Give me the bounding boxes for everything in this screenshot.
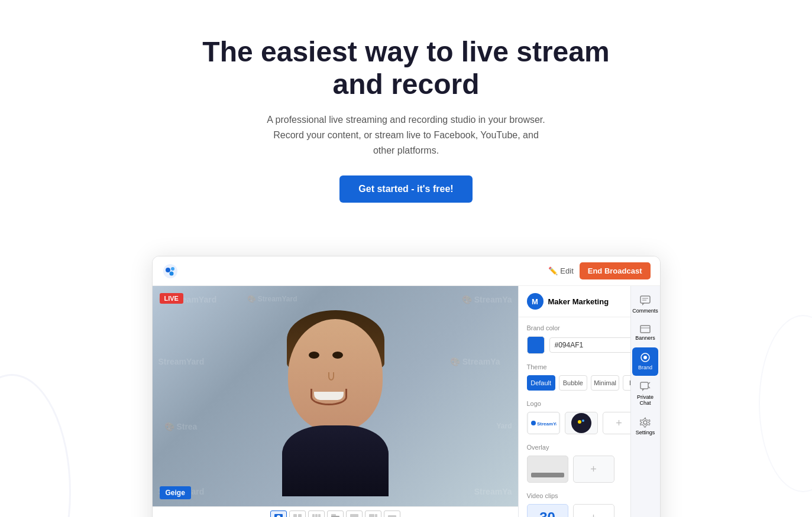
- bg-decoration-left: [0, 374, 71, 517]
- svg-text:StreamYard: StreamYard: [537, 421, 557, 427]
- banners-tab-label: Banners: [635, 335, 655, 342]
- color-swatch[interactable]: [527, 336, 545, 354]
- video-content: 🎨 StreamYard 🎨 StreamYard 🎨 StreamYa Str…: [153, 286, 518, 506]
- person-face: [288, 319, 383, 431]
- cta-button[interactable]: Get started - it's free!: [339, 175, 472, 203]
- theme-default[interactable]: Default: [527, 375, 555, 391]
- svg-point-34: [575, 417, 587, 429]
- private-chat-icon: [640, 382, 651, 392]
- svg-marker-40: [642, 303, 645, 305]
- svg-rect-6: [293, 514, 297, 517]
- sidebar-tab-brand[interactable]: Brand: [632, 347, 658, 376]
- svg-rect-7: [298, 514, 302, 517]
- brand-icon: [640, 352, 651, 363]
- svg-point-32: [531, 421, 536, 425]
- sidebar-tab-comments[interactable]: Comments: [632, 291, 658, 319]
- theme-minimal[interactable]: Minimal: [591, 375, 619, 391]
- logo-circle-icon: [571, 413, 591, 433]
- live-badge: LIVE: [160, 293, 183, 304]
- svg-point-0: [163, 264, 177, 278]
- hero-title: The easiest way to live stream and recor…: [199, 35, 613, 100]
- watermark-7: Yard: [496, 422, 512, 430]
- main-video: 🎨 StreamYard 🎨 StreamYard 🎨 StreamYa Str…: [153, 286, 518, 506]
- theme-bubble[interactable]: Bubble: [559, 375, 587, 391]
- studio-window: ✏️ Edit End Broadcast 🎨 StreamYar: [152, 256, 661, 517]
- svg-point-35: [578, 420, 581, 424]
- layout-split-3[interactable]: [308, 511, 325, 517]
- watermark-9: StreamYa: [474, 487, 512, 496]
- logo-circle[interactable]: [565, 412, 598, 434]
- sidebar-tab-private-chat[interactable]: Private Chat: [632, 377, 658, 412]
- watermark-3: 🎨 StreamYa: [462, 295, 512, 304]
- sidebar-tab-banners[interactable]: Banners: [632, 320, 658, 346]
- edit-button[interactable]: ✏️ Edit: [548, 266, 573, 275]
- watermark-6: 🎨 Strea: [164, 422, 198, 431]
- overlay-stripe: [531, 473, 564, 477]
- logo-streamyard[interactable]: StreamYard: [527, 412, 560, 434]
- channel-name: Maker Marketing: [548, 297, 638, 306]
- svg-rect-13: [350, 514, 358, 517]
- overlay-item[interactable]: [527, 456, 568, 483]
- svg-point-44: [643, 356, 647, 359]
- app-screenshot: ✏️ Edit End Broadcast 🎨 StreamYar: [140, 256, 672, 517]
- brand-tab-label: Brand: [638, 365, 652, 371]
- pencil-icon: ✏️: [548, 266, 558, 275]
- private-chat-label: Private Chat: [635, 394, 656, 407]
- studio-content: 🎨 StreamYard 🎨 StreamYard 🎨 StreamYa Str…: [153, 286, 660, 517]
- left-eye: [309, 352, 319, 359]
- watermark-5: 🎨 StreamYa: [450, 357, 500, 366]
- comments-icon: [640, 295, 651, 306]
- end-broadcast-button[interactable]: End Broadcast: [580, 262, 651, 279]
- svg-rect-41: [640, 326, 650, 333]
- settings-icon: [640, 417, 651, 428]
- svg-rect-9: [315, 514, 318, 517]
- layout-controls: [153, 506, 518, 517]
- svg-rect-45: [640, 382, 648, 389]
- sidebar-tabs: Comments Banners: [630, 286, 660, 517]
- banners-icon: [640, 325, 651, 333]
- clip-add-button[interactable]: +: [573, 504, 614, 517]
- layout-split-2[interactable]: [289, 511, 306, 517]
- svg-point-36: [582, 420, 584, 422]
- title-bar: ✏️ Edit End Broadcast: [153, 256, 660, 286]
- video-area: 🎨 StreamYard 🎨 StreamYard 🎨 StreamYa Str…: [153, 286, 518, 517]
- svg-point-3: [169, 271, 173, 275]
- right-eye: [332, 352, 343, 359]
- watermark-4: StreamYard: [158, 357, 205, 366]
- svg-rect-10: [318, 514, 321, 517]
- streamyard-logo-text: StreamYard: [529, 413, 558, 433]
- svg-point-49: [643, 421, 647, 424]
- settings-tab-label: Settings: [636, 430, 655, 436]
- svg-rect-37: [640, 296, 650, 303]
- title-bar-actions: ✏️ Edit End Broadcast: [548, 262, 650, 279]
- person-body: [282, 425, 389, 496]
- svg-marker-46: [642, 389, 645, 391]
- hero-subtitle: A professional live streaming and record…: [264, 112, 548, 158]
- overlay-add-button[interactable]: +: [573, 456, 614, 483]
- watermark-2: 🎨 StreamYard: [247, 295, 297, 303]
- layout-fullscreen[interactable]: [346, 511, 363, 517]
- comments-tab-label: Comments: [632, 308, 658, 314]
- layout-single[interactable]: [270, 511, 287, 517]
- svg-point-1: [166, 268, 170, 272]
- clip-count[interactable]: 30: [527, 504, 568, 517]
- svg-rect-15: [375, 514, 377, 517]
- channel-avatar: M: [527, 293, 544, 310]
- svg-rect-14: [369, 514, 374, 517]
- nose: [328, 372, 334, 381]
- svg-rect-8: [312, 514, 315, 517]
- app-logo: [162, 263, 179, 279]
- bg-decoration-right: [759, 315, 812, 492]
- person-visual: [276, 319, 394, 485]
- sidebar-tab-settings[interactable]: Settings: [632, 412, 658, 441]
- layout-wide[interactable]: [384, 511, 400, 517]
- layout-pip[interactable]: [327, 511, 344, 517]
- teeth: [314, 392, 344, 400]
- hero-section: The easiest way to live stream and recor…: [0, 0, 812, 256]
- layout-side[interactable]: [365, 511, 381, 517]
- svg-point-2: [171, 267, 174, 271]
- name-tag: Geige: [160, 486, 191, 499]
